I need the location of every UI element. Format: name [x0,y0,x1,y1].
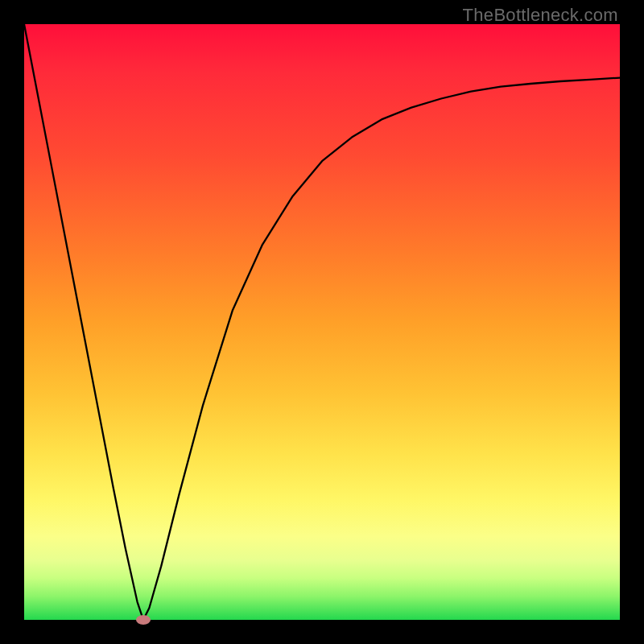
watermark-text: TheBottleneck.com [463,5,618,26]
bottleneck-curve [24,24,620,620]
plot-area [24,24,620,620]
minimum-marker [136,615,151,625]
chart-frame: TheBottleneck.com [0,0,644,644]
curve-svg [24,24,620,620]
